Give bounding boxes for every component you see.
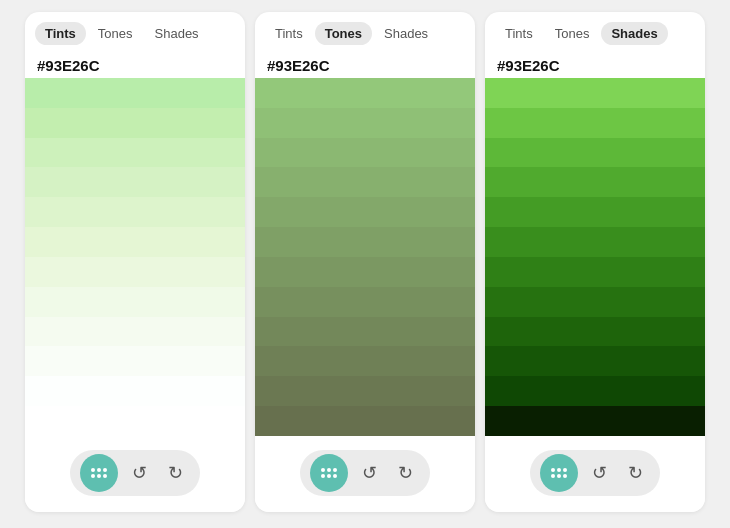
undo-button[interactable]: ↺ (584, 458, 614, 488)
swatch[interactable] (25, 346, 245, 376)
color-label: #93E26C (255, 51, 475, 78)
swatch[interactable] (255, 78, 475, 108)
swatch[interactable] (25, 257, 245, 287)
swatch[interactable] (485, 197, 705, 227)
swatch[interactable] (25, 138, 245, 168)
tab-tones[interactable]: Tones (545, 22, 600, 45)
swatch[interactable] (255, 346, 475, 376)
swatch[interactable] (255, 138, 475, 168)
undo-button[interactable]: ↺ (354, 458, 384, 488)
dots-button[interactable] (310, 454, 348, 492)
swatch[interactable] (25, 197, 245, 227)
swatch[interactable] (25, 227, 245, 257)
swatch[interactable] (25, 78, 245, 108)
swatch[interactable] (485, 317, 705, 347)
swatch[interactable] (255, 197, 475, 227)
undo-button[interactable]: ↺ (124, 458, 154, 488)
bottom-bar: ↺↻ (70, 450, 200, 496)
swatch[interactable] (255, 317, 475, 347)
swatch[interactable] (485, 257, 705, 287)
bottom-area: ↺↻ (25, 436, 245, 512)
swatch[interactable] (25, 167, 245, 197)
tab-shades[interactable]: Shades (601, 22, 667, 45)
bottom-bar: ↺↻ (300, 450, 430, 496)
swatch[interactable] (255, 287, 475, 317)
swatch[interactable] (25, 287, 245, 317)
color-label: #93E26C (25, 51, 245, 78)
swatch[interactable] (25, 317, 245, 347)
swatch[interactable] (25, 406, 245, 436)
panels-container: TintsTonesShades#93E26C↺↻TintsTonesShade… (0, 0, 730, 528)
tab-tints[interactable]: Tints (265, 22, 313, 45)
tab-bar: TintsTonesShades (485, 12, 705, 51)
tab-tints[interactable]: Tints (495, 22, 543, 45)
color-swatches (485, 78, 705, 436)
swatch[interactable] (485, 78, 705, 108)
dots-button[interactable] (540, 454, 578, 492)
bottom-area: ↺↻ (485, 436, 705, 512)
tab-shades[interactable]: Shades (374, 22, 438, 45)
tab-bar: TintsTonesShades (25, 12, 245, 51)
bottom-bar: ↺↻ (530, 450, 660, 496)
swatch[interactable] (485, 227, 705, 257)
tab-tones[interactable]: Tones (315, 22, 372, 45)
color-swatches (25, 78, 245, 436)
tab-bar: TintsTonesShades (255, 12, 475, 51)
panel-shades: TintsTonesShades#93E26C↺↻ (485, 12, 705, 512)
panel-tones: TintsTonesShades#93E26C↺↻ (255, 12, 475, 512)
color-label: #93E26C (485, 51, 705, 78)
swatch[interactable] (485, 346, 705, 376)
redo-button[interactable]: ↻ (620, 458, 650, 488)
swatch[interactable] (255, 257, 475, 287)
tab-tones[interactable]: Tones (88, 22, 143, 45)
panel-tints: TintsTonesShades#93E26C↺↻ (25, 12, 245, 512)
swatch[interactable] (485, 287, 705, 317)
color-swatches (255, 78, 475, 436)
swatch[interactable] (25, 108, 245, 138)
swatch[interactable] (25, 376, 245, 406)
swatch[interactable] (255, 227, 475, 257)
redo-button[interactable]: ↻ (390, 458, 420, 488)
redo-button[interactable]: ↻ (160, 458, 190, 488)
tab-tints[interactable]: Tints (35, 22, 86, 45)
swatch[interactable] (255, 108, 475, 138)
dots-button[interactable] (80, 454, 118, 492)
tab-shades[interactable]: Shades (145, 22, 209, 45)
swatch[interactable] (485, 138, 705, 168)
swatch[interactable] (255, 406, 475, 436)
swatch[interactable] (255, 376, 475, 406)
swatch[interactable] (485, 167, 705, 197)
swatch[interactable] (485, 108, 705, 138)
swatch[interactable] (255, 167, 475, 197)
bottom-area: ↺↻ (255, 436, 475, 512)
swatch[interactable] (485, 406, 705, 436)
swatch[interactable] (485, 376, 705, 406)
